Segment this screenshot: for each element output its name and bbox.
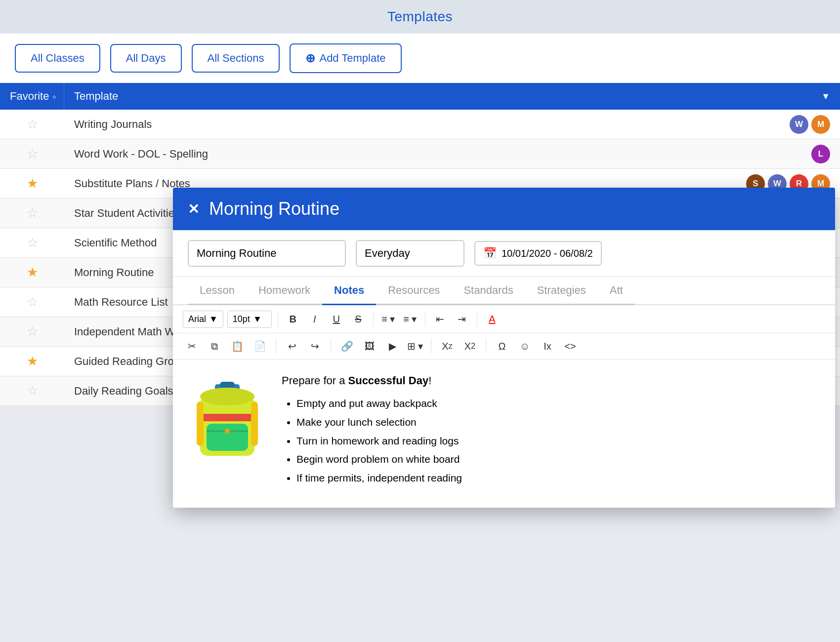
svg-rect-4 [207,424,248,451]
code-button[interactable]: <> [561,337,579,355]
tab-standards[interactable]: Standards [452,277,525,305]
star-icon[interactable]: ☆ [27,383,38,399]
add-icon: ⊕ [305,51,315,65]
divider3 [425,312,425,326]
bold-button[interactable]: B [284,310,302,328]
all-sections-button[interactable]: All Sections [192,44,280,73]
page-title: Templates [0,0,840,34]
svg-rect-7 [200,414,254,421]
subscript-button[interactable]: Xz [438,337,456,355]
tab-resources[interactable]: Resources [376,277,452,305]
size-selector[interactable]: 10pt ▼ [227,311,272,328]
undo-button[interactable]: ↩ [283,337,301,355]
add-template-button[interactable]: ⊕ Add Template [290,43,401,73]
template-name-input[interactable] [188,240,346,267]
tab-strategies[interactable]: Strategies [525,277,598,305]
svg-point-10 [200,388,254,405]
star-icon[interactable]: ☆ [27,146,38,161]
underline-button[interactable]: U [328,310,345,328]
tab-lesson[interactable]: Lesson [188,277,247,305]
favorite-cell[interactable]: ★ [0,171,64,196]
col-favorite[interactable]: Favorite ⬦ [0,83,64,110]
redo-button[interactable]: ↪ [306,337,324,355]
favorite-cell[interactable]: ☆ [0,230,64,255]
table-header: Favorite ⬦ Template ▼ [0,83,840,110]
avatar-group: WM [790,115,830,134]
italic-button[interactable]: I [306,310,324,328]
favorite-cell[interactable]: ☆ [0,289,64,315]
template-cell: Writing Journals WM [64,110,840,139]
date-range-field[interactable]: 📅 10/01/2020 - 06/08/2 [474,241,602,266]
favorite-cell[interactable]: ☆ [0,378,64,403]
tab-att[interactable]: Att [598,277,635,305]
font-selector[interactable]: Arial ▼ [183,311,223,328]
editor-toolbar-row2: ✂ ⧉ 📋 📄 ↩ ↪ 🔗 🖼 ▶ ⊞ ▾ Xz X2 Ω ☺ Ιx <> [173,333,835,360]
special-char-button[interactable]: Ω [493,337,511,355]
content-list: Empty and put away backpackMake your lun… [282,394,820,487]
favorite-cell[interactable]: ☆ [0,141,64,166]
tab-notes[interactable]: Notes [322,277,376,305]
emoji-button[interactable]: ☺ [516,337,534,355]
star-icon[interactable]: ☆ [27,294,38,310]
divider4 [477,312,477,326]
dropdown-icon[interactable]: ▼ [821,91,830,102]
list-item: Empty and put away backpack [296,394,820,413]
modal-tabs: LessonHomeworkNotesResourcesStandardsStr… [173,277,835,305]
svg-point-6 [225,429,230,434]
star-icon[interactable]: ☆ [27,324,38,339]
indent-button[interactable]: ⇥ [453,310,471,328]
cut-button[interactable]: ✂ [183,337,201,355]
tab-homework[interactable]: Homework [247,277,322,305]
paste-button[interactable]: 📋 [228,337,246,355]
font-dropdown-icon: ▼ [209,314,218,324]
paste-text-button[interactable]: 📄 [251,337,269,355]
favorite-cell[interactable]: ★ [0,349,64,374]
ordered-list-button[interactable]: ≡ ▾ [401,310,419,328]
star-icon[interactable]: ★ [27,176,38,191]
col-template: Template ▼ [64,83,840,110]
avatar-group: L [811,145,830,163]
size-dropdown-icon: ▼ [253,314,262,324]
divider2 [373,312,374,326]
favorite-cell[interactable]: ☆ [0,319,64,344]
strikethrough-button[interactable]: S [349,310,367,328]
frequency-input[interactable] [356,240,464,267]
avatar: L [811,145,830,163]
video-button[interactable]: ▶ [383,337,401,355]
star-icon[interactable]: ☆ [27,235,38,250]
superscript-button[interactable]: X2 [461,337,479,355]
star-icon[interactable]: ☆ [27,205,38,221]
editor-content[interactable]: Prepare for a Successful Day! Empty and … [173,360,835,508]
unordered-list-button[interactable]: ≡ ▾ [379,310,397,328]
link-button[interactable]: 🔗 [338,337,356,355]
font-color-button[interactable]: A [483,310,501,328]
table-row: ☆ Writing Journals WM [0,110,840,139]
template-modal: ✕ Morning Routine 📅 10/01/2020 - 06/08/2… [173,188,835,508]
star-icon[interactable]: ★ [27,265,38,280]
divider8 [486,339,486,354]
outdent-button[interactable]: ⇤ [431,310,449,328]
table-button[interactable]: ⊞ ▾ [406,337,424,355]
star-icon[interactable]: ☆ [27,117,38,132]
table-row: ☆ Word Work - DOL - Spelling L [0,139,840,169]
content-area: Prepare for a Successful Day! Empty and … [188,374,820,487]
star-icon[interactable]: ★ [27,354,38,369]
favorite-cell[interactable]: ★ [0,260,64,285]
modal-close-button[interactable]: ✕ [188,201,199,217]
calendar-icon: 📅 [483,247,497,260]
favorite-cell[interactable]: ☆ [0,201,64,226]
toolbar: All Classes All Days All Sections ⊕ Add … [0,34,840,83]
image-button[interactable]: 🖼 [361,337,378,355]
svg-rect-9 [251,401,258,446]
clear-format-button[interactable]: Ιx [539,337,556,355]
avatar: M [811,115,830,134]
all-days-button[interactable]: All Days [110,44,182,73]
list-item: Begin word problem on white board [296,450,820,469]
template-name: Word Work - DOL - Spelling [74,148,811,160]
favorite-cell[interactable]: ☆ [0,112,64,137]
all-classes-button[interactable]: All Classes [15,44,100,73]
template-name: Writing Journals [74,118,790,131]
list-item: Make your lunch selection [296,413,820,432]
copy-button[interactable]: ⧉ [206,337,223,355]
template-cell: Word Work - DOL - Spelling L [64,140,840,168]
